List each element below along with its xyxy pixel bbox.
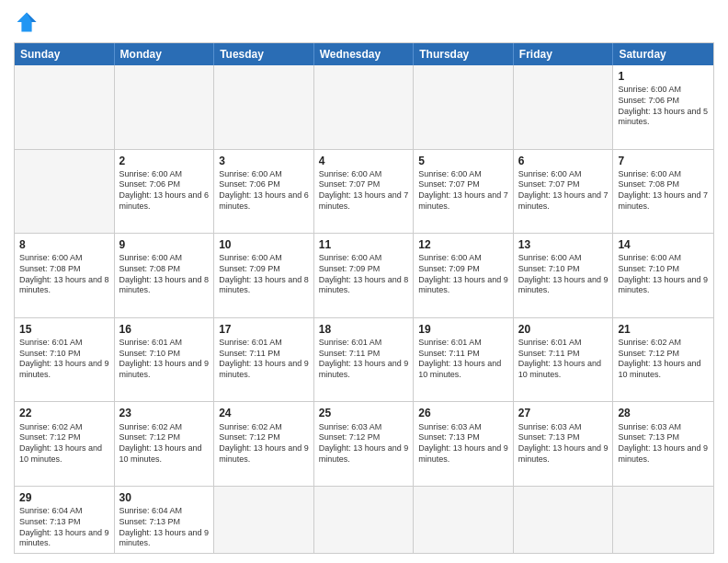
cell-info: Sunrise: 6:03 AM Sunset: 7:13 PM Dayligh…	[518, 422, 609, 465]
cell-info: Sunrise: 6:00 AM Sunset: 7:06 PM Dayligh…	[618, 85, 709, 128]
day-number: 29	[19, 490, 109, 505]
day-number: 7	[618, 154, 709, 168]
day-cell-9: 9Sunrise: 6:00 AM Sunset: 7:08 PM Daylig…	[115, 234, 215, 317]
day-cell-1: 1Sunrise: 6:00 AM Sunset: 7:06 PM Daylig…	[613, 65, 713, 149]
day-cell-15: 15Sunrise: 6:01 AM Sunset: 7:10 PM Dayli…	[15, 318, 115, 402]
day-number: 19	[418, 322, 508, 337]
calendar-row-5: 22Sunrise: 6:02 AM Sunset: 7:12 PM Dayli…	[15, 401, 713, 486]
day-cell-2: 2Sunrise: 6:00 AM Sunset: 7:06 PM Daylig…	[115, 150, 215, 234]
day-number: 17	[219, 322, 309, 337]
day-number: 9	[119, 237, 210, 252]
day-number: 20	[518, 322, 609, 337]
empty-cell	[214, 487, 314, 553]
day-cell-23: 23Sunrise: 6:02 AM Sunset: 7:12 PM Dayli…	[115, 402, 215, 486]
cell-info: Sunrise: 6:00 AM Sunset: 7:09 PM Dayligh…	[418, 253, 508, 296]
day-number: 13	[518, 237, 609, 252]
empty-cell	[514, 487, 614, 553]
day-header-sunday: Sunday	[15, 43, 115, 65]
day-number: 22	[19, 406, 109, 420]
empty-cell	[414, 65, 514, 149]
day-cell-13: 13Sunrise: 6:00 AM Sunset: 7:10 PM Dayli…	[514, 234, 614, 317]
day-cell-8: 8Sunrise: 6:00 AM Sunset: 7:08 PM Daylig…	[15, 234, 115, 317]
day-number: 25	[319, 406, 409, 420]
day-number: 23	[119, 406, 210, 420]
calendar-row-4: 15Sunrise: 6:01 AM Sunset: 7:10 PM Dayli…	[15, 317, 713, 402]
calendar-row-3: 8Sunrise: 6:00 AM Sunset: 7:08 PM Daylig…	[15, 233, 713, 317]
day-cell-27: 27Sunrise: 6:03 AM Sunset: 7:13 PM Dayli…	[514, 402, 614, 486]
day-cell-3: 3Sunrise: 6:00 AM Sunset: 7:06 PM Daylig…	[214, 150, 314, 234]
calendar-row-1: 1Sunrise: 6:00 AM Sunset: 7:06 PM Daylig…	[15, 65, 713, 149]
day-cell-26: 26Sunrise: 6:03 AM Sunset: 7:13 PM Dayli…	[414, 402, 514, 486]
calendar-body: 1Sunrise: 6:00 AM Sunset: 7:06 PM Daylig…	[15, 65, 713, 553]
day-cell-21: 21Sunrise: 6:02 AM Sunset: 7:12 PM Dayli…	[613, 318, 713, 402]
day-number: 28	[618, 406, 709, 420]
day-cell-11: 11Sunrise: 6:00 AM Sunset: 7:09 PM Dayli…	[314, 234, 415, 317]
header	[14, 9, 714, 35]
day-cell-24: 24Sunrise: 6:02 AM Sunset: 7:12 PM Dayli…	[214, 402, 314, 486]
empty-cell	[514, 65, 614, 149]
cell-info: Sunrise: 6:00 AM Sunset: 7:09 PM Dayligh…	[319, 253, 409, 296]
day-header-tuesday: Tuesday	[214, 43, 314, 65]
cell-info: Sunrise: 6:04 AM Sunset: 7:13 PM Dayligh…	[19, 506, 109, 549]
day-cell-10: 10Sunrise: 6:00 AM Sunset: 7:09 PM Dayli…	[214, 234, 314, 317]
day-cell-17: 17Sunrise: 6:01 AM Sunset: 7:11 PM Dayli…	[214, 318, 314, 402]
cell-info: Sunrise: 6:01 AM Sunset: 7:11 PM Dayligh…	[319, 338, 409, 381]
day-header-thursday: Thursday	[414, 43, 514, 65]
page: SundayMondayTuesdayWednesdayThursdayFrid…	[0, 0, 728, 563]
day-number: 10	[219, 237, 309, 252]
cell-info: Sunrise: 6:02 AM Sunset: 7:12 PM Dayligh…	[219, 422, 309, 465]
day-number: 8	[19, 237, 109, 252]
cell-info: Sunrise: 6:04 AM Sunset: 7:13 PM Dayligh…	[119, 506, 210, 549]
day-number: 14	[618, 237, 709, 252]
cell-info: Sunrise: 6:01 AM Sunset: 7:10 PM Dayligh…	[19, 338, 109, 381]
cell-info: Sunrise: 6:00 AM Sunset: 7:06 PM Dayligh…	[219, 169, 309, 213]
day-cell-19: 19Sunrise: 6:01 AM Sunset: 7:11 PM Dayli…	[414, 318, 514, 402]
empty-cell	[314, 65, 415, 149]
day-number: 16	[119, 322, 210, 337]
cell-info: Sunrise: 6:02 AM Sunset: 7:12 PM Dayligh…	[119, 422, 210, 465]
day-number: 21	[618, 322, 709, 337]
cell-info: Sunrise: 6:02 AM Sunset: 7:12 PM Dayligh…	[618, 338, 709, 381]
day-number: 30	[119, 490, 210, 505]
logo-icon	[14, 9, 40, 35]
cell-info: Sunrise: 6:02 AM Sunset: 7:12 PM Dayligh…	[19, 422, 109, 465]
day-number: 2	[119, 154, 210, 168]
day-number: 1	[618, 69, 709, 84]
cell-info: Sunrise: 6:03 AM Sunset: 7:13 PM Dayligh…	[418, 422, 508, 465]
day-cell-16: 16Sunrise: 6:01 AM Sunset: 7:10 PM Dayli…	[115, 318, 215, 402]
day-cell-29: 29Sunrise: 6:04 AM Sunset: 7:13 PM Dayli…	[15, 487, 115, 553]
day-number: 24	[219, 406, 309, 420]
logo	[14, 9, 41, 35]
cell-info: Sunrise: 6:03 AM Sunset: 7:13 PM Dayligh…	[618, 422, 709, 465]
cell-info: Sunrise: 6:01 AM Sunset: 7:11 PM Dayligh…	[219, 338, 309, 381]
cell-info: Sunrise: 6:00 AM Sunset: 7:08 PM Dayligh…	[618, 169, 709, 213]
day-cell-4: 4Sunrise: 6:00 AM Sunset: 7:07 PM Daylig…	[314, 150, 415, 234]
calendar: SundayMondayTuesdayWednesdayThursdayFrid…	[14, 42, 714, 554]
empty-cell	[414, 487, 514, 553]
cell-info: Sunrise: 6:00 AM Sunset: 7:08 PM Dayligh…	[19, 253, 109, 296]
day-number: 18	[319, 322, 409, 337]
cell-info: Sunrise: 6:00 AM Sunset: 7:09 PM Dayligh…	[219, 253, 309, 296]
cell-info: Sunrise: 6:00 AM Sunset: 7:07 PM Dayligh…	[418, 169, 508, 213]
empty-cell	[115, 65, 215, 149]
cell-info: Sunrise: 6:00 AM Sunset: 7:07 PM Dayligh…	[518, 169, 609, 213]
day-header-monday: Monday	[115, 43, 215, 65]
day-cell-14: 14Sunrise: 6:00 AM Sunset: 7:10 PM Dayli…	[613, 234, 713, 317]
day-number: 15	[19, 322, 109, 337]
day-cell-6: 6Sunrise: 6:00 AM Sunset: 7:07 PM Daylig…	[514, 150, 614, 234]
calendar-row-2: 2Sunrise: 6:00 AM Sunset: 7:06 PM Daylig…	[15, 149, 713, 234]
day-number: 6	[518, 154, 609, 168]
day-cell-7: 7Sunrise: 6:00 AM Sunset: 7:08 PM Daylig…	[613, 150, 713, 234]
empty-cell	[214, 65, 314, 149]
day-cell-28: 28Sunrise: 6:03 AM Sunset: 7:13 PM Dayli…	[613, 402, 713, 486]
day-header-wednesday: Wednesday	[314, 43, 415, 65]
day-number: 11	[319, 237, 409, 252]
day-number: 3	[219, 154, 309, 168]
cell-info: Sunrise: 6:00 AM Sunset: 7:06 PM Dayligh…	[119, 169, 210, 213]
cell-info: Sunrise: 6:00 AM Sunset: 7:08 PM Dayligh…	[119, 253, 210, 296]
day-cell-25: 25Sunrise: 6:03 AM Sunset: 7:12 PM Dayli…	[314, 402, 415, 486]
day-number: 5	[418, 154, 508, 168]
cell-info: Sunrise: 6:01 AM Sunset: 7:11 PM Dayligh…	[418, 338, 508, 381]
day-number: 26	[418, 406, 508, 420]
day-number: 27	[518, 406, 609, 420]
